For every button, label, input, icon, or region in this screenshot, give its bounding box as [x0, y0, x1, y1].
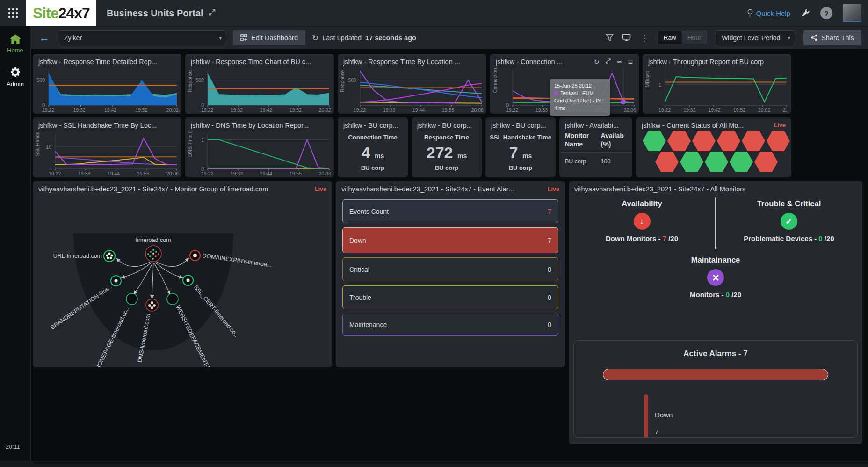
top-bar: Site24x7 Business Units Portal Quick Hel… [0, 0, 868, 26]
share-this-button[interactable]: Share This [803, 30, 861, 45]
monitor-hexagon-down[interactable] [742, 131, 765, 151]
widget-title: jshfkw - BU corp... [491, 122, 546, 129]
gear-icon [9, 66, 22, 79]
dashboard-select[interactable]: Zylker ▾ [58, 30, 226, 45]
metric-monitor: BU corp [485, 164, 556, 171]
event-row-events-count[interactable]: Events Count 7 [342, 199, 558, 223]
site24x7-logo[interactable]: Site24x7 [26, 0, 96, 26]
left-sidebar: Home Admin 20:11 [0, 26, 31, 467]
monitor-hexagon-up[interactable] [643, 131, 666, 151]
quick-help-label: Quick Help [756, 9, 790, 17]
node-brandreputation[interactable] [111, 276, 121, 286]
table-row[interactable]: BU corp 100 [559, 153, 632, 170]
chevron-down-icon: ▾ [788, 35, 791, 41]
node-limeroad[interactable] [145, 246, 161, 262]
monitor-hexagon-up[interactable] [730, 152, 753, 172]
widget-level-period-value: Widget Level Period [722, 34, 780, 42]
maintenance-tools-icon [707, 269, 724, 286]
dns-time-chart: 10DNS Time (..19:2219:3319:4419:5520:06 [186, 131, 332, 176]
help-icon[interactable]: ? [820, 7, 832, 19]
monitor-hexagon-down[interactable] [667, 131, 691, 151]
widget-ssl-handshake-by-location: jshfkw - SSL Handshake Time By Loc... 10… [33, 117, 181, 177]
availability-heading: Availability [573, 199, 710, 208]
node-ssl-cert[interactable] [183, 275, 193, 285]
widget-throughput: jshfkw - Throughput Report of BU corp 1M… [643, 54, 791, 114]
metric-value: 272 ms [412, 145, 482, 161]
quick-help-link[interactable]: Quick Help [747, 9, 790, 17]
event-value: 0 [548, 265, 551, 273]
widget-connection-time: jshfkw - Connection ... ↻ ≈ ≡ 0Connectio… [490, 54, 639, 114]
y-axis-label: SSL Hands.. [35, 131, 41, 159]
x-axis-ticks: 19:2219:3319:4419:5520:06 [354, 107, 484, 113]
widget-response-time-by-location: jshfkw - Response Time By Location ... 5… [338, 54, 486, 114]
widget-refresh-icon[interactable]: ↻ [594, 58, 600, 66]
sidebar-item-home[interactable]: Home [0, 26, 30, 58]
monitor-hexagon-up[interactable] [680, 152, 703, 172]
widget-level-period-select[interactable]: Widget Level Period ▾ [716, 30, 795, 45]
filter-icon[interactable] [606, 34, 614, 42]
tooltip-value: 4 ms [554, 105, 606, 112]
x-axis-ticks: 19:2219:3219:4219:5220:02 [201, 107, 331, 113]
metric-value: 4 ms [338, 145, 408, 161]
ssl-handshake-chart: 10SSL Hands..19:2219:3319:4419:5520:06 [34, 131, 180, 176]
y-axis-label: Response .. [187, 67, 194, 95]
event-label: Critical [349, 266, 369, 273]
throughput-chart: 1MB/sec19:2219:3219:4219:5220:022.. [644, 67, 789, 113]
event-row-maintenance[interactable]: Maintenance 0 [342, 314, 558, 336]
widget-title: jshfkw - Response Time Detailed Rep... [38, 58, 157, 66]
node-dns[interactable] [146, 299, 158, 311]
monitor-hexagon-up[interactable] [705, 152, 728, 172]
avatar[interactable] [843, 4, 861, 22]
monitor-hexagon-down[interactable] [754, 152, 778, 172]
event-row-trouble[interactable]: Trouble 0 [342, 285, 558, 309]
sidebar-item-admin[interactable]: Admin [0, 58, 30, 92]
metric-label: SSL Handshake Time [485, 134, 556, 141]
node-domainexpiry[interactable] [190, 250, 200, 261]
col-monitor-name: Monitor Name [565, 132, 601, 148]
monitor-hexagon-down[interactable] [717, 131, 740, 151]
edit-dashboard-button[interactable]: Edit Dashboard [233, 30, 305, 45]
kebab-menu-icon[interactable]: ⋮ [639, 33, 649, 43]
widget-title: vithyaavharsheni.b+dec23_2021 - Site24x7… [341, 185, 514, 193]
series-swatch [554, 91, 558, 95]
display-icon[interactable] [622, 34, 631, 42]
logo-site: Site [33, 5, 58, 22]
node-url-limeroad[interactable] [104, 250, 115, 262]
wrench-icon[interactable] [801, 8, 810, 18]
widget-title: jshfkw - DNS Time by Location Repor... [191, 122, 309, 129]
refresh-icon[interactable]: ↻ [312, 33, 318, 43]
widget-title: jshfkw - BU corp... [417, 122, 472, 129]
logo-24x7: 24x7 [58, 5, 90, 22]
last-updated-value: 17 seconds ago [365, 34, 416, 42]
event-row-critical[interactable]: Critical 0 [342, 257, 558, 281]
widget-all-monitors: vithyaavharsheni.b+dec23_2021 - Site24x7… [569, 181, 862, 444]
widget-title: jshfkw - Response Time Chart of BU c... [191, 58, 311, 66]
app-grid-icon[interactable] [0, 0, 26, 26]
fullscreen-icon[interactable] [208, 8, 216, 18]
widget-menu-icon[interactable]: ≡ [628, 58, 633, 66]
monitor-hexagon-down[interactable] [767, 131, 790, 151]
active-alarms-bar[interactable] [603, 369, 828, 380]
legend-value: 7 [655, 423, 673, 440]
monitor-hexagon-down[interactable] [692, 131, 716, 151]
widget-title: jshfkw - SSL Handshake Time By Loc... [38, 122, 157, 129]
event-label: Trouble [349, 294, 371, 301]
node-websitedefacement[interactable] [167, 293, 178, 305]
widget-title: jshfkw - BU corp... [343, 122, 398, 129]
x-axis-ticks: 19:2219:3219:4219:5220:02 [42, 107, 179, 113]
widget-expand-icon[interactable] [605, 58, 611, 66]
widget-availability-table: jshfkw - Availabi... Monitor Name Availa… [559, 117, 632, 177]
hour-toggle[interactable]: Hour [682, 31, 707, 44]
back-arrow-icon[interactable]: ← [37, 33, 51, 43]
availability-summary: Availability ↓ Down Monitors - 7 /20 [569, 197, 716, 249]
node-homepage[interactable] [126, 293, 137, 305]
down-alarm-bar[interactable] [644, 394, 648, 438]
y-axis-label: Connection.. [492, 67, 499, 95]
widget-trend-icon[interactable]: ≈ [617, 58, 622, 66]
topology-graph: limeroad.com URL-limeroad.com DOMAINEXPI… [33, 181, 332, 367]
dashboard-select-value: Zylker [64, 34, 82, 42]
raw-toggle[interactable]: Raw [658, 31, 682, 44]
monitor-hexagon-down[interactable] [655, 152, 679, 172]
response-time-detailed-chart: 500019:2219:3219:4219:5220:02 [34, 67, 180, 113]
event-row-down[interactable]: Down 7 [342, 227, 558, 253]
